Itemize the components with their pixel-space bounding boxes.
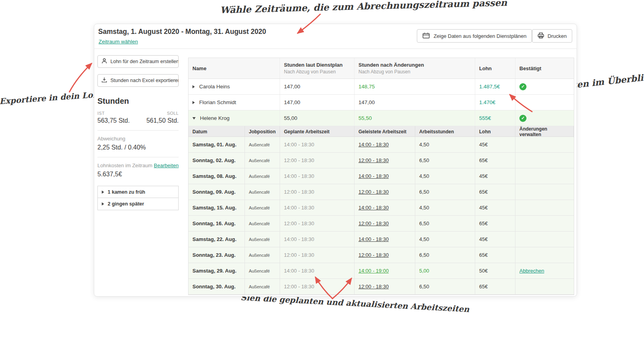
detail-jobposition: Außencafé: [245, 216, 280, 231]
detail-date: Sonntag, 16. Aug.: [189, 216, 245, 231]
detail-hours: 6,50: [415, 184, 475, 200]
caret-right-icon: [102, 202, 104, 205]
detail-hours: 4,50: [415, 200, 475, 215]
left-late-accordion[interactable]: 2 gingen später: [97, 198, 179, 210]
print-button[interactable]: Drucken: [532, 29, 572, 43]
detail-worked-time-link[interactable]: 14:00 - 18:30: [358, 205, 389, 211]
detail-wage: 65€: [475, 216, 515, 231]
detail-worked-time-link[interactable]: 12:00 - 18:30: [358, 284, 389, 290]
detail-planned-time: 12:00 - 18:30: [280, 153, 355, 168]
came-early-accordion[interactable]: 1 kamen zu früh: [97, 186, 179, 198]
employee-planned-hours: 147,00: [280, 95, 355, 110]
report-card: Samstag, 1. August 2020 - Montag, 31. Au…: [94, 24, 577, 297]
col-worked-time: Geleistete Arbeitszeit: [355, 126, 415, 137]
hours-title: Stunden: [97, 97, 179, 106]
page-title: Samstag, 1. August 2020 - Montag, 31. Au…: [98, 28, 266, 36]
employee-row: Helene Krog 55,00 55,50 555€: [189, 110, 574, 126]
col-changed-sub: Nach Abzug von Pausen: [358, 69, 410, 75]
print-label: Drucken: [548, 33, 567, 39]
edit-labor-cost-link[interactable]: Bearbeiten: [154, 163, 179, 168]
confirmed-check-icon: [519, 83, 526, 90]
detail-planned-time: 12:00 - 18:30: [280, 279, 355, 294]
col-planned-sub: Nach Abzug von Pausen: [284, 69, 336, 75]
caret-right-icon: [102, 191, 104, 194]
detail-wage: 65€: [475, 279, 515, 294]
printer-icon: [538, 32, 544, 40]
detail-date: Samstag, 22. Aug.: [189, 232, 245, 247]
employee-wage: 1.470€: [475, 95, 515, 110]
employee-row: Florian Schmidt 147,00 147,00 1.470€: [189, 95, 574, 110]
detail-row: Sonntag, 30. Aug. Außencafé 12:00 - 18:3…: [189, 279, 574, 295]
col-wage: Lohn: [479, 65, 492, 71]
detail-date: Sonntag, 30. Aug.: [189, 279, 245, 294]
detail-worked-time-link[interactable]: 14:00 - 18:30: [358, 236, 389, 242]
export-excel-button[interactable]: Stunden nach Excel exportieren: [97, 74, 179, 87]
detail-jobposition: Außencafé: [245, 168, 280, 184]
detail-wage: 65€: [475, 184, 515, 200]
left-late-label: 2 gingen später: [108, 201, 144, 207]
detail-worked-time-link[interactable]: 14:00 - 18:30: [358, 142, 389, 148]
download-icon: [101, 77, 107, 84]
detail-worked-time-link[interactable]: 12:00 - 18:30: [358, 157, 389, 163]
detail-row-changed: Samstag, 29. Aug. Außencafé 14:00 - 18:3…: [189, 263, 574, 279]
detail-hours: 4,50: [415, 137, 475, 152]
show-schedules-button[interactable]: Zeige Daten aus folgenden Dienstplänen: [417, 29, 532, 43]
employee-row: Carola Heins 147,00 148,75 1.487,5€: [189, 79, 574, 95]
detail-planned-time: 14:00 - 18:30: [280, 200, 355, 215]
detail-row: Sonntag, 23. Aug. Außencafé 12:00 - 18:3…: [189, 247, 574, 263]
detail-jobposition: Außencafé: [245, 247, 280, 263]
detail-wage: 50€: [475, 263, 515, 278]
caret-right-icon: [192, 101, 195, 104]
labor-cost-label: Lohnkosten im Zeitraum: [97, 163, 152, 168]
create-payroll-button[interactable]: Lohn für den Zeitraum erstellen: [97, 55, 179, 68]
detail-jobposition: Außencafé: [245, 232, 280, 247]
detail-row: Sonntag, 09. Aug. Außencafé 12:00 - 18:3…: [189, 184, 574, 200]
detail-date: Samstag, 08. Aug.: [189, 168, 245, 184]
detail-date: Samstag, 15. Aug.: [189, 200, 245, 215]
deviation-label: Abweichung: [97, 136, 179, 142]
detail-row: Samstag, 22. Aug. Außencafé 14:00 - 18:3…: [189, 232, 574, 247]
col-detail-wage: Lohn: [475, 126, 515, 137]
sidebar: Lohn für den Zeitraum erstellen Stunden …: [97, 55, 179, 210]
employee-expander[interactable]: Florian Schmidt: [189, 95, 280, 110]
employee-wage: 1.487,5€: [475, 79, 515, 94]
col-work-hours: Arbeitsstunden: [415, 126, 475, 137]
detail-worked-time-link[interactable]: 12:00 - 18:30: [358, 220, 389, 226]
employee-changed-hours: 55,50: [355, 110, 475, 126]
col-confirmed: Bestätigt: [519, 65, 541, 71]
cancel-change-link[interactable]: Abbrechen: [519, 268, 544, 274]
detail-jobposition: Außencafé: [245, 200, 280, 215]
choose-period-link[interactable]: Zeitraum wählen: [99, 39, 138, 45]
employee-planned-hours: 55,00: [280, 110, 355, 126]
export-excel-label: Stunden nach Excel exportieren: [110, 78, 179, 83]
detail-worked-time-link[interactable]: 12:00 - 18:30: [358, 189, 389, 195]
col-name: Name: [192, 65, 206, 71]
col-changed: Stunden nach Änderungen: [358, 62, 424, 68]
detail-worked-time-link[interactable]: 14:00 - 18:30: [358, 173, 389, 179]
detail-jobposition: Außencafé: [245, 137, 280, 152]
employee-name: Florian Schmidt: [199, 99, 236, 105]
detail-hours: 5,00: [415, 263, 475, 278]
detail-planned-time: 12:00 - 18:30: [280, 184, 355, 200]
confirmed-check-icon: [519, 115, 526, 122]
detail-hours: 4,50: [415, 168, 475, 184]
employee-expander[interactable]: Helene Krog: [189, 110, 280, 126]
detail-planned-time: 14:00 - 18:30: [280, 168, 355, 184]
detail-wage: 65€: [475, 247, 515, 263]
employee-expander[interactable]: Carola Heins: [189, 79, 280, 94]
detail-worked-time-link[interactable]: 14:00 - 19:00: [358, 268, 389, 274]
detail-row: Samstag, 15. Aug. Außencafé 14:00 - 18:3…: [189, 200, 574, 216]
detail-wage: 65€: [475, 153, 515, 168]
person-icon: [101, 58, 107, 65]
detail-date: Samstag, 01. Aug.: [189, 137, 245, 152]
detail-hours: 4,50: [415, 232, 475, 247]
detail-worked-time-link[interactable]: 12:00 - 18:30: [358, 252, 389, 258]
detail-planned-time: 12:00 - 18:30: [280, 247, 355, 263]
employee-name: Carola Heins: [199, 84, 230, 90]
ist-label: IST: [97, 111, 105, 116]
employee-name: Helene Krog: [200, 115, 230, 121]
detail-jobposition: Außencafé: [245, 279, 280, 294]
detail-planned-time: 14:00 - 18:30: [280, 137, 355, 152]
detail-planned-time: 12:00 - 18:30: [280, 216, 355, 231]
header-divider: [94, 49, 577, 49]
